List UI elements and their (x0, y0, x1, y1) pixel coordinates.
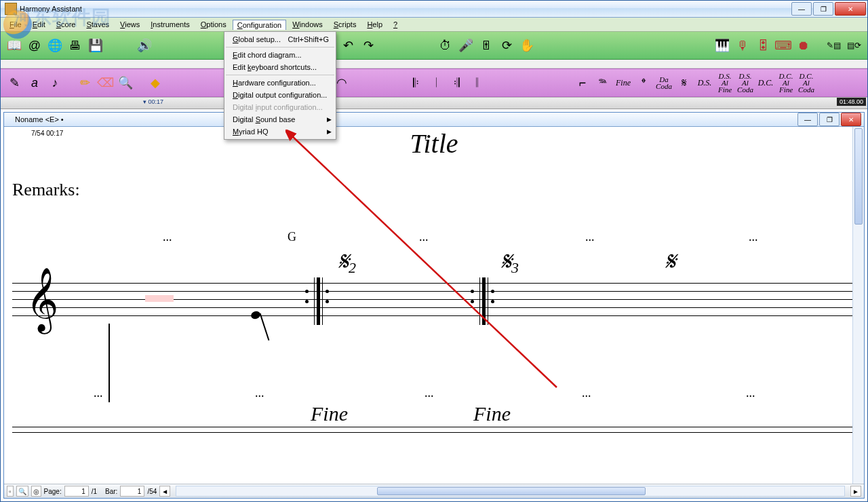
tool-a-icon[interactable]: ✎▤ (824, 36, 843, 55)
segno-icon[interactable]: 𝄋 (675, 73, 694, 92)
segno-mark: 𝄋2 (338, 246, 356, 277)
remarks-label: Remarks: (12, 180, 856, 200)
mic2-icon[interactable]: 🎙 (733, 36, 752, 55)
repeat-start-icon[interactable]: 𝄆 (406, 73, 425, 92)
hand-icon[interactable]: ✋ (517, 36, 536, 55)
menu-staves[interactable]: Staves (81, 19, 114, 30)
minimize-button[interactable]: — (791, 2, 812, 16)
menu-help[interactable]: Help (362, 19, 387, 30)
double-bar-icon[interactable]: 𝄁 (467, 73, 486, 92)
doc-close-button[interactable]: ✕ (841, 113, 861, 126)
menu-scripts[interactable]: Scripts (329, 19, 361, 30)
synth-icon[interactable]: 🎛 (753, 36, 772, 55)
bracket-icon[interactable]: ⌐ (573, 73, 592, 92)
chord-label: ... (749, 230, 758, 244)
scroll-right-button[interactable]: ► (850, 486, 861, 497)
dc-alfine-button[interactable]: D.C. Al Fine (776, 73, 795, 92)
maximize-button[interactable]: ❐ (813, 2, 833, 16)
dc-alcoda-button[interactable]: D.C. Al Coda (797, 73, 816, 92)
save-icon[interactable]: 💾 (86, 36, 105, 55)
mic-icon[interactable]: 🎤 (456, 36, 475, 55)
fine-button[interactable]: Fine (614, 73, 633, 92)
mixer-icon[interactable]: 🎚 (477, 36, 496, 55)
menuitem-edit-chord-diagram-[interactable]: Edit chord diagram... (226, 49, 334, 61)
note[interactable] (250, 310, 262, 320)
menu-score[interactable]: Score (52, 19, 81, 30)
ds-alcoda-button[interactable]: D.S. Al Coda (736, 73, 755, 92)
lyric-placeholder: ... (94, 386, 103, 400)
undo-icon[interactable]: ↶ (338, 36, 357, 55)
vertical-scrollbar[interactable] (852, 127, 864, 484)
document-title: Noname <E> • (15, 115, 797, 123)
lyric-placeholder: ... (746, 386, 755, 400)
doc-minimize-button[interactable]: — (797, 113, 818, 126)
tool-page-icon[interactable]: ▫ (7, 486, 14, 497)
text-a-icon[interactable]: a (25, 73, 44, 92)
lyric-row: ............... (12, 386, 856, 402)
menu-views[interactable]: Views (115, 19, 144, 30)
gap-bar (1, 60, 867, 69)
app-title: Harmony Assistant (20, 5, 791, 13)
staff-2[interactable] (12, 427, 856, 432)
ds-button[interactable]: D.S. (695, 73, 714, 92)
repeat-end-icon[interactable]: 𝄇 (447, 73, 466, 92)
barline-icon[interactable]: 𝄀 (427, 73, 446, 92)
speaker-icon[interactable]: 🔊 (135, 36, 154, 55)
at-icon[interactable]: @ (25, 36, 44, 55)
open-icon[interactable]: 📖 (5, 36, 24, 55)
time-ruler[interactable]: ▾ 00:17 01:48.00 (1, 97, 867, 109)
lyric-icon[interactable]: ♪ (45, 73, 64, 92)
menu-?[interactable]: ? (389, 19, 402, 30)
ds-alfine-button[interactable]: D.S. Al Fine (715, 73, 734, 92)
hscroll-thumb[interactable] (377, 487, 646, 495)
menu-configuration[interactable]: Configuration (233, 20, 286, 30)
segno-mark: 𝄋3 (500, 246, 519, 277)
scroll-left-button[interactable]: ◄ (159, 486, 170, 497)
tool-b-icon[interactable]: ▤⟳ (844, 36, 863, 55)
menuitem-digital-sound-base[interactable]: Digital Sound base▶ (226, 113, 334, 125)
menu-options[interactable]: Options (196, 19, 231, 30)
bar-of: /54 (147, 488, 157, 495)
keyboard-icon[interactable]: ⌨ (774, 36, 793, 55)
menuitem-global-setup-[interactable]: Global setup...Ctrl+Shift+G (226, 33, 334, 45)
score-area[interactable]: 7/54 00:17 Title Remarks: ...G......... … (4, 127, 864, 484)
scrollbar-thumb[interactable] (854, 128, 863, 225)
print-icon[interactable]: 🖶 (66, 36, 85, 55)
marker-icon[interactable]: ◆ (146, 73, 165, 92)
statusbar: ▫ 🔍 ◎ Page: /1 Bar: /54 ◄ ► (4, 484, 864, 498)
menuitem-myriad-hq[interactable]: Myriad HQ▶ (226, 125, 334, 138)
menuitem-hardware-configuration-[interactable]: Hardware configuration... (226, 77, 334, 89)
menu-instruments[interactable]: Instruments (146, 19, 194, 30)
coda-icon[interactable]: 𝄌 (634, 73, 653, 92)
menu-windows[interactable]: Windows (288, 19, 328, 30)
metronome-icon[interactable]: ⏱ (436, 36, 455, 55)
eraser-icon[interactable]: ⌫ (96, 73, 115, 92)
pencil-icon[interactable]: ✏ (75, 73, 94, 92)
fine-mark: Fine (311, 402, 348, 425)
menuitem-digital-output-configuration-[interactable]: Digital output configuration... (226, 89, 334, 101)
window-buttons: — ❐ ✕ (791, 2, 866, 16)
titlebar: Harmony Assistant — ❐ ✕ (1, 1, 867, 18)
bar-input[interactable] (122, 487, 142, 496)
tool-target-icon[interactable]: ◎ (31, 486, 41, 497)
chord-label: ... (163, 230, 172, 244)
dacoda-button[interactable]: Da Coda (654, 73, 673, 92)
tool-search-icon[interactable]: 🔍 (16, 486, 28, 497)
dc-button[interactable]: D.C. (756, 73, 775, 92)
horizontal-scrollbar[interactable] (176, 486, 845, 497)
pedal-icon[interactable]: 𝆮 (593, 73, 612, 92)
document-window: Noname <E> • — ❐ ✕ 7/54 00:17 Title Rema… (3, 112, 865, 499)
piano-icon[interactable]: 🎹 (713, 36, 732, 55)
staff-1[interactable]: 𝄞 (12, 277, 856, 325)
page-input[interactable] (66, 487, 87, 496)
doc-maximize-button[interactable]: ❐ (819, 113, 840, 126)
menuitem-edit-keyboard-shortcuts-[interactable]: Edit keyboard shortcuts... (226, 61, 334, 73)
record-icon[interactable]: ⏺ (794, 36, 813, 55)
redo-icon[interactable]: ↷ (359, 36, 378, 55)
close-button[interactable]: ✕ (835, 2, 866, 16)
zoom-icon[interactable]: 🔍 (116, 73, 135, 92)
pencil-note-icon[interactable]: ✎ (5, 73, 24, 92)
doc-icon (7, 115, 15, 123)
globe-icon[interactable]: 🌐 (45, 36, 64, 55)
loop-icon[interactable]: ⟳ (497, 36, 516, 55)
